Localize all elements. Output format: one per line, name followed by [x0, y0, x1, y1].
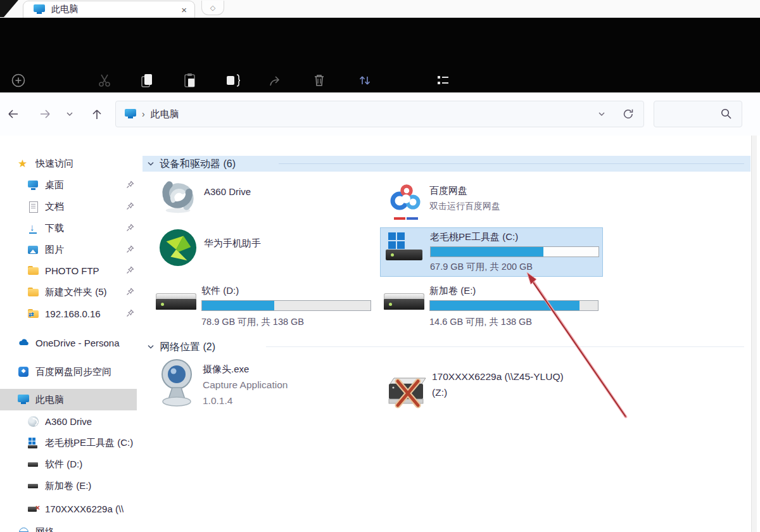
sidebar-item-this-pc[interactable]: 此电脑	[0, 389, 137, 410]
section-divider	[266, 346, 744, 347]
baidu-netdisk-icon	[390, 181, 422, 215]
delete-icon[interactable]	[311, 72, 327, 89]
pin-icon	[126, 288, 134, 296]
document-icon	[27, 201, 39, 213]
section-divider	[279, 163, 744, 164]
onedrive-cloud-icon	[18, 337, 30, 349]
hard-drive-icon	[386, 250, 422, 260]
pin-icon	[126, 224, 134, 232]
sidebar-item-documents[interactable]: 文档	[0, 196, 142, 217]
collapse-chevron-icon[interactable]	[147, 343, 155, 350]
search-icon	[720, 108, 733, 120]
up-icon[interactable]	[90, 107, 104, 121]
copy-icon[interactable]	[139, 72, 155, 89]
search-input[interactable]	[654, 101, 742, 127]
pin-icon	[126, 245, 134, 253]
address-bar[interactable]: › 此电脑	[115, 101, 644, 127]
huawei-phone-assistant-icon	[158, 228, 198, 267]
back-icon[interactable]	[6, 107, 20, 121]
sidebar-item-onedrive[interactable]: OneDrive - Persona	[0, 332, 142, 353]
capacity-bar-fill	[430, 301, 580, 310]
sort-icon[interactable]	[357, 72, 373, 89]
computer-icon	[18, 394, 30, 406]
recent-locations-chevron-icon[interactable]	[66, 111, 73, 117]
sidebar-item-pictures[interactable]: 图片	[0, 239, 142, 260]
item-drive-c-selected[interactable]: 老毛桃PE工具盘 (C:) 67.9 GB 可用, 共 200 GB	[380, 227, 603, 277]
pin-icon	[126, 266, 134, 274]
baidu-underline-red	[394, 217, 405, 220]
pin-icon	[126, 309, 134, 317]
section-title-drives[interactable]: 设备和驱动器 (6)	[160, 158, 236, 171]
baidu-underline-blue	[407, 217, 418, 220]
refresh-icon[interactable]	[622, 108, 635, 120]
command-toolbar	[0, 18, 760, 92]
network-drive-icon	[27, 503, 39, 515]
sidebar-item-drive-c[interactable]: 老毛桃PE工具盘 (C:)	[0, 432, 142, 453]
baidu-sync-icon	[18, 366, 30, 378]
sidebar-item-network-drive[interactable]: 170XXXX6229a (\\	[0, 498, 142, 519]
pin-icon	[126, 202, 134, 210]
windows-drive-icon	[27, 437, 39, 449]
sidebar-item-a360-drive[interactable]: A360 Drive	[0, 410, 142, 432]
capacity-bar	[429, 300, 598, 311]
hard-drive-icon	[27, 459, 39, 471]
file-explorer-window: 此电脑 × ◇ › 此电脑	[0, 0, 760, 532]
hard-drive-icon	[156, 293, 196, 310]
close-tab-icon[interactable]: ×	[181, 5, 187, 15]
sidebar-item-new-folder[interactable]: 新建文件夹 (5)	[0, 281, 142, 303]
star-icon	[18, 158, 30, 170]
sidebar-item-photo-ftp[interactable]: PHOTO FTP	[0, 260, 142, 281]
computer-icon	[125, 109, 136, 119]
tab-this-pc[interactable]: 此电脑 ×	[23, 1, 195, 18]
desktop-icon	[27, 179, 39, 191]
download-icon	[27, 222, 39, 234]
pin-icon	[126, 180, 134, 189]
folder-icon	[27, 265, 39, 277]
tab-title: 此电脑	[51, 4, 175, 15]
cut-icon[interactable]	[96, 72, 113, 89]
network-drive-disconnected-icon	[384, 374, 427, 409]
forward-icon[interactable]	[38, 107, 52, 121]
hard-drive-icon	[384, 293, 424, 310]
sidebar-item-network[interactable]: 网络	[0, 521, 142, 532]
view-icon[interactable]	[435, 72, 452, 89]
windows-logo-icon	[388, 232, 405, 249]
folder-sync-icon: ⇄	[27, 308, 39, 320]
folder-icon	[27, 286, 39, 298]
sidebar-item-drive-d[interactable]: 软件 (D:)	[0, 453, 142, 475]
breadcrumb[interactable]: 此电脑	[151, 108, 179, 120]
sidebar-item-drive-e[interactable]: 新加卷 (E:)	[0, 475, 142, 497]
computer-icon	[34, 4, 45, 15]
breadcrumb-chevron-icon: ›	[142, 109, 145, 119]
collapse-chevron-icon[interactable]	[147, 160, 155, 167]
navigation-pane: 快速访问 桌面 文档 下载 图片 PHOTO FTP	[0, 136, 142, 532]
network-globe-icon	[18, 526, 30, 532]
navigation-bar: › 此电脑	[0, 92, 760, 136]
new-tab-button[interactable]: ◇	[201, 1, 224, 15]
vertical-scrollbar[interactable]	[751, 136, 757, 532]
section-title-network-locations[interactable]: 网络位置 (2)	[160, 341, 215, 354]
sidebar-item-downloads[interactable]: 下载	[0, 217, 142, 239]
capacity-bar-fill	[202, 301, 274, 310]
capacity-bar-fill	[431, 247, 543, 256]
sidebar-item-baidu-sync[interactable]: 百度网盘同步空间	[0, 361, 142, 383]
capacity-bar	[430, 246, 599, 257]
sync-arrows-icon: ⇄	[28, 311, 34, 318]
capacity-bar	[201, 300, 371, 311]
pictures-icon	[27, 244, 39, 256]
rename-icon[interactable]	[225, 72, 241, 89]
sidebar-item-network-address[interactable]: ⇄ 192.168.0.16	[0, 303, 142, 324]
a360-drive-icon	[158, 176, 198, 215]
address-dropdown-chevron-icon[interactable]	[598, 111, 605, 117]
tab-bar: 此电脑 × ◇	[0, 0, 760, 18]
hard-drive-icon	[27, 480, 39, 492]
new-item-icon[interactable]	[10, 72, 27, 89]
paste-icon[interactable]	[182, 72, 198, 89]
sidebar-item-quick-access[interactable]: 快速访问	[0, 153, 142, 174]
sidebar-item-desktop[interactable]: 桌面	[0, 174, 142, 196]
a360-drive-icon	[27, 415, 39, 428]
share-icon[interactable]	[268, 72, 284, 89]
webcam-icon	[158, 358, 196, 409]
items-view: 设备和驱动器 (6) A360 Drive 百度网盘 双击运行百度网盘	[142, 136, 750, 532]
